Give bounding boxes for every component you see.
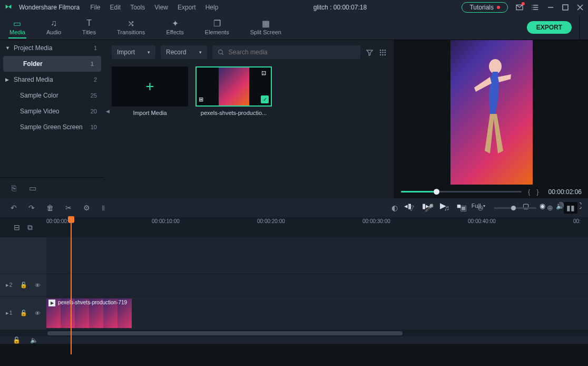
app-logo-icon (4, 3, 13, 12)
sidebar-item-project-media[interactable]: ▼Project Media1 (0, 40, 104, 56)
svg-point-10 (380, 52, 381, 53)
sidebar-item-sample-green[interactable]: Sample Green Screen10 (0, 119, 104, 135)
mail-icon[interactable] (515, 3, 524, 12)
maximize-icon[interactable] (562, 4, 569, 11)
voiceover-icon[interactable]: 🎤 (425, 204, 434, 212)
crop-icon[interactable]: ▣ (460, 204, 467, 212)
split-icon[interactable]: ✂ (65, 204, 72, 212)
search-input[interactable] (229, 49, 355, 56)
timeline-scrollbar[interactable] (0, 330, 588, 336)
track-toggle-icon[interactable]: ⊟ (14, 223, 20, 232)
delete-icon[interactable]: 🗑 (46, 204, 54, 212)
eye-icon[interactable]: 👁 (35, 282, 41, 288)
close-icon[interactable] (576, 4, 584, 11)
tab-media-label: Media (9, 29, 25, 35)
sidebar-item-folder[interactable]: Folder1 (3, 56, 101, 72)
zoom-in-icon[interactable]: ⊕ (547, 204, 553, 212)
tab-audio[interactable]: ♫Audio (45, 16, 62, 38)
mark-in-icon[interactable]: { (528, 188, 530, 196)
menu-tools[interactable]: Tools (130, 4, 145, 11)
link-icon[interactable]: ⧉ (27, 223, 33, 232)
zoom-slider[interactable] (494, 207, 536, 209)
ruler-label: 00:00:10:00 (152, 218, 180, 224)
toolbar-divider (579, 16, 580, 39)
sidebar-count: 10 (91, 124, 97, 130)
elements-icon: ❐ (213, 18, 221, 28)
menu-view[interactable]: View (154, 4, 168, 11)
footer-audio-icon[interactable]: 🔈 (30, 336, 38, 344)
sidebar-item-shared-media[interactable]: ▶Shared Media2 (0, 72, 104, 88)
lock-icon[interactable]: 🔓 (20, 310, 27, 316)
svg-point-16 (489, 59, 502, 74)
playhead[interactable] (71, 217, 72, 354)
mail-dot-icon (522, 2, 525, 5)
project-title: glitch : 00:00:07:18 (224, 4, 455, 11)
add-to-timeline-icon[interactable]: ⊞ (199, 96, 206, 103)
preview-viewport[interactable] (395, 40, 588, 185)
sidebar-count: 25 (91, 92, 97, 99)
render-icon[interactable]: ◐ (391, 204, 398, 212)
tutorials-button[interactable]: Tutorials (462, 2, 508, 13)
grid-view-icon[interactable] (379, 49, 387, 56)
clip-label: pexels-shvets-production-719 (58, 300, 127, 305)
zoom-out-icon[interactable]: ⊖ (477, 204, 484, 212)
menu-file[interactable]: File (90, 4, 100, 11)
svg-point-1 (532, 7, 532, 7)
timeline-ruler[interactable]: 00:00:00:00 00:00:10:00 00:00:20:00 00:0… (46, 217, 588, 237)
menu-help[interactable]: Help (205, 4, 219, 11)
mark-out-icon[interactable]: } (536, 188, 538, 196)
ruler-label: 00:00:20:00 (257, 218, 285, 224)
filter-icon[interactable] (366, 49, 374, 56)
tab-effects-label: Effects (166, 29, 183, 35)
eye-icon[interactable]: 👁 (35, 310, 41, 316)
undo-icon[interactable]: ↶ (11, 204, 17, 212)
import-media-card[interactable]: + Import Media (112, 66, 188, 116)
marker-icon[interactable]: ▽ (408, 204, 414, 212)
svg-point-12 (385, 52, 386, 53)
scrub-slider[interactable] (401, 191, 522, 192)
record-dropdown[interactable]: Record▾ (161, 45, 207, 59)
tab-effects[interactable]: ✦Effects (165, 16, 184, 38)
sidebar-item-sample-color[interactable]: Sample Color25 (0, 88, 104, 103)
tab-split-screen[interactable]: ▦Split Screen (249, 16, 282, 38)
svg-point-5 (218, 50, 222, 54)
open-folder-icon[interactable]: ▭ (29, 184, 36, 193)
track-v2-badge: ▸2 (6, 282, 12, 288)
media-sidebar: ▼Project Media1 Folder1 ▶Shared Media2 S… (0, 40, 104, 198)
import-dropdown[interactable]: Import▾ (112, 45, 155, 59)
check-icon: ✓ (261, 95, 269, 103)
redo-icon[interactable]: ↷ (28, 204, 35, 212)
svg-line-6 (222, 53, 223, 55)
preview-frame (450, 40, 533, 185)
minimize-icon[interactable] (547, 4, 554, 11)
timeline-clip[interactable]: ▶ pexels-shvets-production-719 (46, 298, 132, 328)
export-button[interactable]: EXPORT (527, 21, 572, 34)
menu-edit[interactable]: Edit (110, 4, 121, 11)
track-v1[interactable]: ▸1🔓👁 ▶ pexels-shvets-production-719 (0, 296, 588, 330)
clip-thumbnail (219, 68, 249, 105)
track-v2[interactable]: ▸2🔓👁 (0, 274, 588, 296)
tab-titles[interactable]: TTitles (81, 16, 97, 38)
import-label: Import (117, 49, 135, 56)
svg-rect-4 (563, 5, 568, 10)
menu-export[interactable]: Export (178, 4, 196, 11)
svg-point-2 (532, 9, 532, 9)
sidebar-count: 1 (94, 45, 97, 51)
svg-point-9 (385, 49, 386, 51)
audio-mixer-icon[interactable]: ♬ (444, 204, 450, 212)
tab-media[interactable]: ▭Media (8, 16, 26, 38)
tab-audio-label: Audio (46, 29, 61, 35)
zoom-fit-icon[interactable]: ▮▮ (564, 202, 577, 214)
media-clip-label: pexels-shvets-productio... (195, 110, 272, 116)
settings-icon[interactable]: ⚙ (83, 204, 90, 212)
tab-elements[interactable]: ❐Elements (204, 16, 230, 38)
media-clip-card[interactable]: ⊡ ⊞ ✓ pexels-shvets-productio... (195, 66, 272, 116)
audio-wave-icon[interactable]: ⫴ (102, 204, 105, 213)
lock-icon[interactable]: 🔓 (20, 282, 27, 288)
tab-transitions[interactable]: ⤭Transitions (116, 16, 146, 38)
list-icon[interactable] (531, 3, 540, 12)
sidebar-item-sample-video[interactable]: Sample Video20 (0, 103, 104, 119)
new-folder-icon[interactable]: ⎘ (12, 184, 16, 192)
search-box[interactable] (212, 45, 360, 59)
footer-lock-icon[interactable]: 🔓 (13, 336, 21, 344)
